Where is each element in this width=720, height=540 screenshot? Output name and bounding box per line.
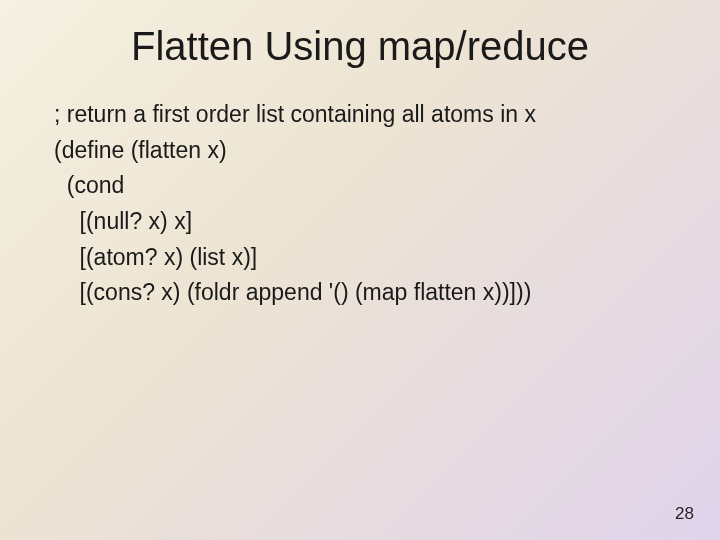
code-block: ; return a first order list containing a…: [54, 97, 720, 311]
slide-title: Flatten Using map/reduce: [0, 0, 720, 69]
page-number: 28: [675, 504, 694, 524]
code-line: [(cons? x) (foldr append '() (map flatte…: [54, 275, 720, 311]
code-comment: ; return a first order list containing a…: [54, 97, 720, 133]
code-line: (define (flatten x): [54, 133, 720, 169]
code-line: (cond: [54, 168, 720, 204]
code-line: [(atom? x) (list x)]: [54, 240, 720, 276]
code-line: [(null? x) x]: [54, 204, 720, 240]
